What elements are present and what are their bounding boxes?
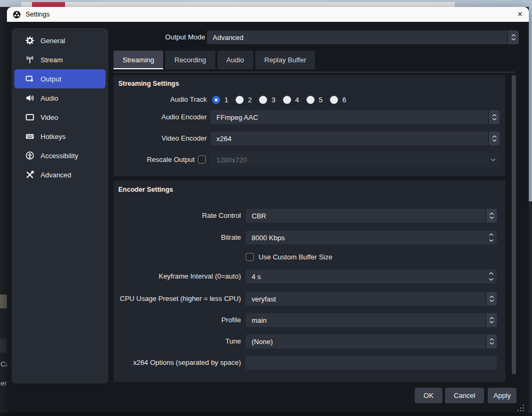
gear-icon xyxy=(26,36,34,45)
cpu-preset-combo[interactable]: veryfast xyxy=(246,292,497,306)
section-title: Encoder Settings xyxy=(118,186,173,193)
radio-icon[interactable] xyxy=(259,96,267,104)
background-red-strip xyxy=(32,2,65,7)
chevron-up-down-icon[interactable] xyxy=(486,335,497,348)
audio-encoder-label: Audio Encoder xyxy=(114,110,207,124)
keyframe-interval-label: Keyframe Interval (0=auto) xyxy=(114,270,241,283)
background-right xyxy=(529,201,532,413)
keyframe-interval-spinbox[interactable]: 4 s xyxy=(246,270,497,283)
audio-track-radio-2[interactable]: 2 xyxy=(236,96,252,104)
sidebar-item-output[interactable]: Output xyxy=(14,69,106,88)
profile-combo[interactable]: main xyxy=(246,313,497,327)
ok-button[interactable]: OK xyxy=(415,388,442,403)
profile-label: Profile xyxy=(114,313,241,327)
sidebar-item-stream[interactable]: Stream xyxy=(14,50,106,69)
tab-recording[interactable]: Recording xyxy=(165,51,215,69)
sidebar-item-video[interactable]: Video xyxy=(14,108,106,127)
settings-window: Settings × General Stream Output Audio V… xyxy=(7,7,529,413)
radio-checked-icon[interactable] xyxy=(212,96,220,104)
tabs-divider xyxy=(114,71,515,73)
obs-logo-icon xyxy=(13,11,21,19)
rescale-output-checkbox[interactable] xyxy=(198,156,206,164)
background-left: Ca er xyxy=(0,7,7,413)
sidebar-item-accessibility[interactable]: Accessibility xyxy=(14,146,106,165)
output-mode-label: Output Mode xyxy=(114,30,205,44)
chevron-up-down-icon[interactable] xyxy=(486,209,497,223)
speaker-icon xyxy=(26,94,34,102)
radio-icon[interactable] xyxy=(236,96,244,104)
chevron-up-down-icon[interactable] xyxy=(486,313,497,327)
radio-icon[interactable] xyxy=(307,96,315,104)
output-icon xyxy=(26,75,34,83)
sidebar-item-advanced[interactable]: Advanced xyxy=(14,165,106,184)
x264-options-input[interactable] xyxy=(246,356,497,370)
rescale-output-label: Rescale Output xyxy=(114,153,195,167)
background-bottom xyxy=(0,413,532,416)
chevron-up-down-icon[interactable] xyxy=(488,110,499,124)
audio-track-radio-4[interactable]: 4 xyxy=(283,96,299,104)
bitrate-label: Bitrate xyxy=(114,231,241,244)
streaming-settings-group: Streaming Settings Audio Track 1 2 3 4 5… xyxy=(114,75,505,176)
window-title: Settings xyxy=(26,11,50,18)
audio-track-radio-6[interactable]: 6 xyxy=(330,96,346,104)
apply-button[interactable]: Apply xyxy=(488,388,517,403)
spinner-arrows-icon[interactable] xyxy=(485,270,497,283)
sidebar-item-label: Hotkeys xyxy=(41,133,66,141)
titlebar: Settings × xyxy=(7,7,529,22)
settings-sidebar: General Stream Output Audio Video Hotkey… xyxy=(12,28,108,384)
resize-grip[interactable] xyxy=(518,405,524,411)
sidebar-item-label: Output xyxy=(41,75,61,83)
rate-control-combo[interactable]: CBR xyxy=(246,209,497,223)
audio-track-radio-1[interactable]: 1 xyxy=(212,96,228,104)
encoder-settings-group: Encoder Settings Rate Control CBR Bitrat… xyxy=(114,181,505,382)
background-seam xyxy=(362,413,363,416)
background-text-fragment: er xyxy=(1,379,7,387)
audio-track-radio-3[interactable]: 3 xyxy=(259,96,275,104)
content-scrollbar[interactable] xyxy=(512,75,516,374)
sidebar-item-hotkeys[interactable]: Hotkeys xyxy=(14,127,106,146)
sidebar-item-label: Stream xyxy=(41,56,63,64)
cpu-preset-label: CPU Usage Preset (higher = less CPU) xyxy=(114,292,241,306)
audio-track-radios: 1 2 3 4 5 6 xyxy=(212,95,353,104)
radio-icon[interactable] xyxy=(330,96,338,104)
output-mode-value: Advanced xyxy=(213,30,244,44)
background-seam xyxy=(160,413,160,416)
audio-track-radio-5[interactable]: 5 xyxy=(307,96,323,104)
spinner-arrows-icon[interactable] xyxy=(485,231,497,244)
background-fragment xyxy=(0,339,7,353)
radio-icon[interactable] xyxy=(283,96,291,104)
use-custom-buffer-label: Use Custom Buffer Size xyxy=(259,250,418,264)
audio-track-label: Audio Track xyxy=(114,93,207,107)
section-title: Streaming Settings xyxy=(118,80,179,87)
sidebar-item-label: General xyxy=(41,37,65,45)
chevron-down-icon xyxy=(490,153,496,167)
cancel-button[interactable]: Cancel xyxy=(445,388,484,403)
tab-replay-buffer[interactable]: Replay Buffer xyxy=(255,51,316,69)
chevron-up-down-icon[interactable] xyxy=(488,132,499,145)
video-encoder-label: Video Encoder xyxy=(114,132,207,145)
sidebar-item-audio[interactable]: Audio xyxy=(14,88,106,108)
close-icon[interactable]: × xyxy=(518,7,522,22)
sidebar-item-general[interactable]: General xyxy=(14,31,106,50)
display-icon xyxy=(26,113,34,121)
keyboard-icon xyxy=(26,132,34,141)
chevron-up-down-icon[interactable] xyxy=(486,292,497,306)
tab-streaming[interactable]: Streaming xyxy=(114,51,163,69)
use-custom-buffer-checkbox[interactable] xyxy=(246,253,254,261)
audio-encoder-combo[interactable]: FFmpeg AAC xyxy=(211,110,499,124)
broadcast-icon xyxy=(26,55,34,64)
chevron-up-down-icon[interactable] xyxy=(507,30,519,44)
rescale-resolution-combo[interactable]: 1280x720 xyxy=(211,153,499,167)
tune-combo[interactable]: (None) xyxy=(246,335,497,348)
bitrate-spinbox[interactable]: 8000 Kbps xyxy=(246,231,497,244)
desktop-sky-right xyxy=(529,7,532,201)
sidebar-item-label: Audio xyxy=(41,94,58,102)
background-window-strip xyxy=(21,2,455,7)
output-mode-dropdown[interactable]: Advanced xyxy=(207,30,519,44)
rate-control-label: Rate Control xyxy=(114,209,241,223)
tools-icon xyxy=(26,170,34,179)
sidebar-item-label: Video xyxy=(41,113,58,121)
accessibility-icon xyxy=(26,151,34,160)
tab-audio[interactable]: Audio xyxy=(217,51,253,69)
video-encoder-combo[interactable]: x264 xyxy=(211,132,499,145)
